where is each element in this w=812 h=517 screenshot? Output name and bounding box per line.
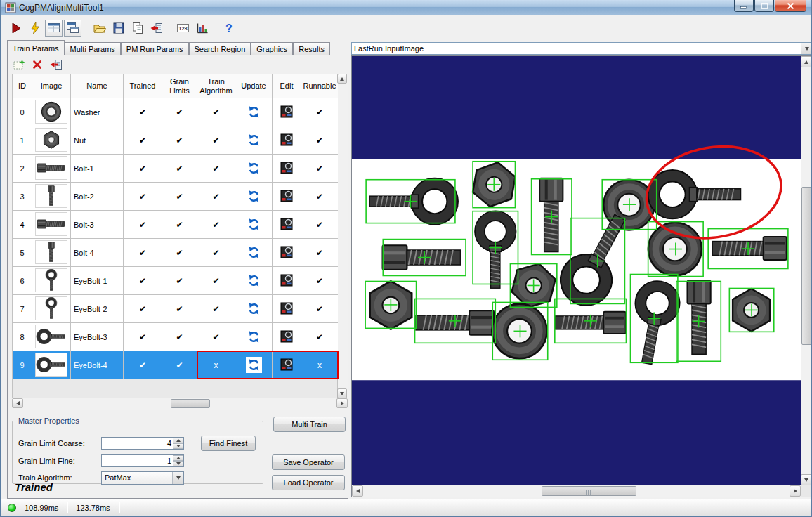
cell-image[interactable]: [32, 239, 71, 267]
cell-image[interactable]: [32, 183, 71, 211]
cell-update[interactable]: [235, 126, 273, 155]
cell-update[interactable]: [235, 267, 273, 295]
dropdown-arrow[interactable]: [172, 472, 183, 484]
multi-train-button[interactable]: Multi Train: [273, 417, 346, 432]
scroll-up-button[interactable]: [337, 74, 347, 84]
cell-image[interactable]: [32, 323, 71, 351]
cell-name[interactable]: EyeBolt-1: [71, 267, 124, 295]
chart-icon[interactable]: [193, 20, 211, 37]
spin-up-button[interactable]: [173, 438, 183, 443]
cell-id[interactable]: 0: [13, 98, 32, 126]
cell-grain-limits[interactable]: ✔: [162, 351, 197, 379]
cell-update[interactable]: [235, 323, 273, 351]
cell-trained[interactable]: ✔: [124, 183, 162, 211]
cell-grain-limits[interactable]: ✔: [162, 98, 197, 126]
cell-image[interactable]: [32, 126, 71, 155]
edit-pattern-icon[interactable]: [280, 245, 294, 259]
cell-runnable[interactable]: x: [301, 351, 339, 379]
update-refresh-icon[interactable]: [246, 301, 262, 317]
cell-trained[interactable]: ✔: [124, 126, 162, 155]
minimize-button[interactable]: [734, 0, 754, 12]
update-refresh-icon[interactable]: [246, 329, 262, 345]
run-icon[interactable]: [7, 20, 25, 37]
cell-name[interactable]: Nut: [71, 126, 124, 155]
pattern-row-eyebolt-1[interactable]: 6EyeBolt-1✔✔✔✔: [13, 267, 339, 295]
col-header-id[interactable]: ID: [13, 74, 32, 98]
cell-grain-limits[interactable]: ✔: [162, 126, 197, 155]
update-refresh-icon[interactable]: [246, 216, 262, 233]
pattern-row-eyebolt-2[interactable]: 7EyeBolt-2✔✔✔✔: [13, 295, 339, 323]
tab-search-region[interactable]: Search Region: [189, 42, 251, 55]
cell-update[interactable]: [235, 155, 273, 183]
cell-update[interactable]: [235, 239, 273, 267]
col-header-runnable[interactable]: Runnable: [301, 74, 339, 98]
cell-update[interactable]: [235, 183, 273, 211]
cell-train-algorithm[interactable]: ✔: [197, 98, 235, 126]
cell-name[interactable]: Bolt-4: [71, 239, 124, 267]
cell-train-algorithm[interactable]: ✔: [197, 211, 235, 239]
tab-train-params[interactable]: Train Params: [7, 40, 65, 55]
cell-id[interactable]: 7: [13, 295, 32, 323]
cell-id[interactable]: 8: [13, 323, 32, 351]
cell-name[interactable]: Bolt-2: [71, 183, 124, 211]
cell-runnable[interactable]: ✔: [301, 183, 339, 211]
show-display-icon[interactable]: [45, 20, 63, 37]
save-operator-button[interactable]: Save Operator: [272, 454, 345, 470]
update-refresh-icon[interactable]: [246, 188, 262, 204]
cell-trained[interactable]: ✔: [124, 239, 162, 267]
cell-trained[interactable]: ✔: [124, 211, 162, 239]
scroll-down-button[interactable]: [801, 474, 812, 485]
titlebar[interactable]: CogPMAlignMultiTool1: [1, 0, 811, 15]
train-algorithm-dropdown[interactable]: PatMax: [101, 471, 184, 485]
cell-runnable[interactable]: ✔: [301, 295, 339, 323]
image-vertical-scrollbar[interactable]: [801, 56, 812, 485]
cell-name[interactable]: EyeBolt-4: [71, 351, 124, 379]
cell-id[interactable]: 2: [13, 155, 32, 183]
update-refresh-icon[interactable]: [246, 244, 262, 261]
table-horizontal-scrollbar[interactable]: [12, 398, 348, 410]
cell-image[interactable]: [32, 155, 71, 183]
edit-pattern-icon[interactable]: [280, 301, 294, 315]
cell-image[interactable]: [32, 295, 71, 323]
cell-update[interactable]: [235, 98, 273, 126]
col-header-grain-limits[interactable]: Grain Limits: [162, 74, 197, 98]
update-refresh-icon[interactable]: [246, 160, 262, 176]
vertical-scroll-thumb[interactable]: [801, 187, 812, 345]
cell-edit[interactable]: [273, 351, 301, 379]
pattern-row-bolt-4[interactable]: 5Bolt-4✔✔✔✔: [13, 239, 339, 267]
copy-tool-icon[interactable]: [129, 20, 146, 37]
cell-name[interactable]: Washer: [71, 98, 124, 126]
cell-trained[interactable]: ✔: [124, 267, 162, 295]
grain-limit-coarse-spinner[interactable]: 4: [101, 437, 184, 450]
col-header-train-algorithm[interactable]: Train Algorithm: [197, 74, 235, 98]
scroll-left-button[interactable]: [12, 398, 23, 408]
cell-grain-limits[interactable]: ✔: [162, 323, 197, 351]
cell-edit[interactable]: [273, 155, 301, 183]
float-display-icon[interactable]: [64, 20, 81, 37]
image-display[interactable]: [352, 56, 801, 485]
cell-runnable[interactable]: ✔: [301, 239, 339, 267]
maximize-button[interactable]: [754, 0, 774, 12]
cell-edit[interactable]: [273, 267, 301, 295]
cell-train-algorithm[interactable]: ✔: [197, 183, 235, 211]
scroll-left-button[interactable]: [352, 485, 363, 497]
scroll-down-button[interactable]: [337, 388, 347, 398]
col-header-edit[interactable]: Edit: [273, 74, 301, 98]
tab-multi-params[interactable]: Multi Params: [65, 42, 121, 55]
col-header-image[interactable]: Image: [32, 74, 71, 98]
table-vertical-scrollbar[interactable]: [338, 74, 348, 398]
cell-train-algorithm[interactable]: ✔: [197, 239, 235, 267]
pattern-row-nut[interactable]: 1Nut✔✔✔✔: [13, 126, 339, 155]
cell-image[interactable]: [32, 267, 71, 295]
cell-edit[interactable]: [273, 183, 301, 211]
edit-pattern-icon[interactable]: [280, 189, 294, 203]
edit-pattern-icon[interactable]: [280, 133, 294, 147]
cell-train-algorithm[interactable]: ✔: [197, 295, 235, 323]
cell-id[interactable]: 9: [13, 351, 32, 379]
grain-limit-fine-spinner[interactable]: 1: [101, 454, 184, 467]
cell-train-algorithm[interactable]: ✔: [197, 126, 235, 155]
edit-pattern-icon[interactable]: [280, 161, 294, 175]
col-header-trained[interactable]: Trained: [124, 74, 162, 98]
col-header-update[interactable]: Update: [235, 74, 273, 98]
cell-name[interactable]: EyeBolt-3: [71, 323, 124, 351]
